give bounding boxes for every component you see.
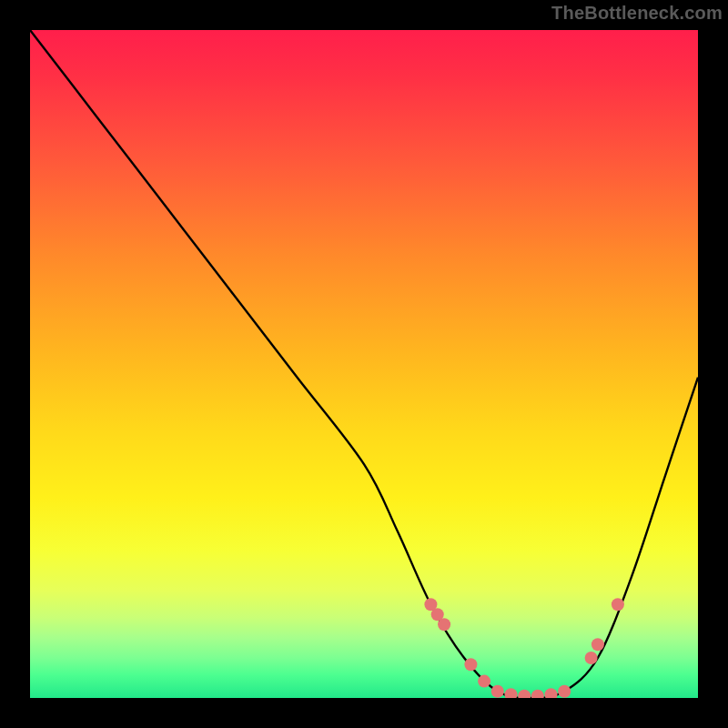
chart-frame: TheBottleneck.com xyxy=(0,0,728,728)
highlight-point xyxy=(612,598,624,611)
highlight-point xyxy=(558,685,571,698)
highlight-point xyxy=(464,658,477,671)
highlight-point xyxy=(592,638,604,651)
chart-svg xyxy=(30,30,698,698)
highlight-point xyxy=(438,618,450,631)
highlight-point xyxy=(491,685,504,698)
bottleneck-curve-path xyxy=(30,30,698,698)
highlight-point xyxy=(545,688,558,698)
highlight-point xyxy=(531,690,544,698)
watermark-text: TheBottleneck.com xyxy=(551,3,723,24)
highlight-point xyxy=(478,675,490,688)
highlight-points-group xyxy=(424,598,624,698)
highlight-point xyxy=(585,652,598,664)
highlight-point xyxy=(505,688,518,698)
highlight-point xyxy=(518,690,531,698)
